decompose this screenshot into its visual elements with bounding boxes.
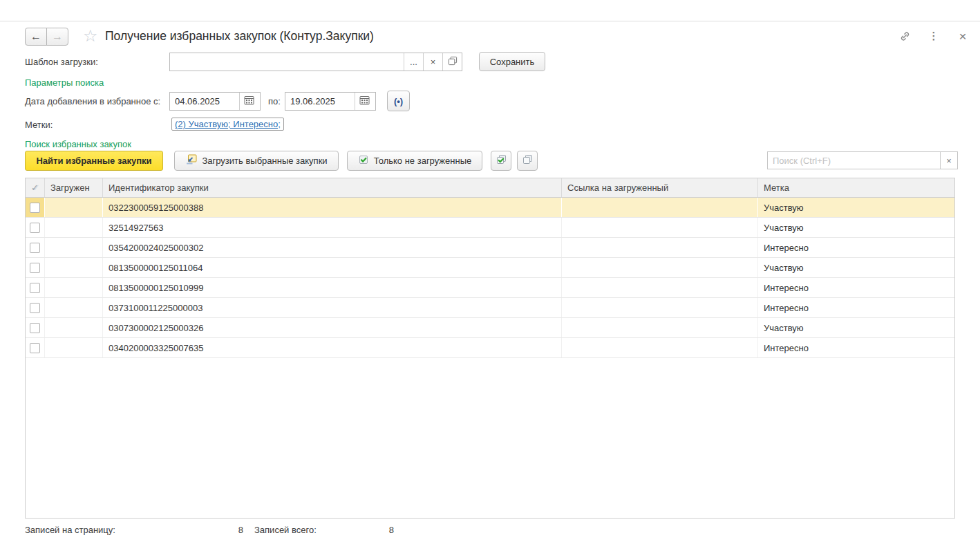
- row-checkbox-cell[interactable]: [26, 198, 45, 217]
- window-controls: ⋮ ×: [897, 29, 970, 43]
- template-label: Шаблон загрузки:: [25, 57, 98, 67]
- row-id: 0813500000125010999: [109, 283, 203, 293]
- table-body: 0322300059125000388 Участвую 32514927563…: [26, 198, 954, 358]
- date-to-input[interactable]: [285, 93, 355, 110]
- row-id-cell: 32514927563: [103, 218, 562, 237]
- row-link-cell: [562, 318, 758, 337]
- column-header-link: Ссылка на загруженный: [562, 178, 758, 197]
- load-selected-button[interactable]: Загрузить выбранные закупки: [174, 151, 339, 171]
- row-checkbox[interactable]: [30, 303, 40, 313]
- row-id: 32514927563: [109, 223, 164, 233]
- back-button[interactable]: ←: [25, 28, 47, 46]
- check-doc-icon: [358, 154, 369, 167]
- period-select-button[interactable]: (•): [387, 91, 410, 111]
- records-per-page-value: 8: [207, 525, 243, 535]
- records-per-page-label: Записей на страницу:: [25, 525, 115, 535]
- page-title: Получение избранных закупок (Контур.Заку…: [105, 29, 374, 44]
- row-checkbox-cell[interactable]: [26, 318, 45, 337]
- find-favorites-button[interactable]: Найти избранные закупки: [25, 151, 163, 171]
- row-checkbox[interactable]: [30, 263, 40, 273]
- table-row[interactable]: 0373100011225000003 Интересно: [26, 298, 954, 318]
- favorite-star-icon[interactable]: ☆: [83, 26, 98, 46]
- row-loaded-cell: [45, 198, 103, 217]
- tags-link[interactable]: (2) Участвую; Интересно;: [171, 118, 284, 131]
- column-header-loaded: Загружен: [45, 178, 103, 197]
- nav-buttons: ← →: [25, 28, 68, 46]
- table-row[interactable]: 0340200003325007635 Интересно: [26, 338, 954, 358]
- row-tag: Участвую: [764, 323, 804, 333]
- date-added-label: Дата добавления в избранное с:: [25, 96, 160, 106]
- row-loaded-cell: [45, 258, 103, 277]
- row-checkbox-cell[interactable]: [26, 278, 45, 297]
- template-choose-button[interactable]: ...: [404, 53, 423, 71]
- row-checkbox-cell[interactable]: [26, 238, 45, 257]
- section-favorites-search: Поиск избранных закупок: [25, 139, 131, 149]
- row-checkbox[interactable]: [30, 343, 40, 353]
- row-checkbox-cell[interactable]: [26, 298, 45, 317]
- row-id-cell: 0340200003325007635: [103, 338, 562, 357]
- row-checkbox-cell[interactable]: [26, 338, 45, 357]
- date-to-label: по:: [268, 96, 281, 106]
- row-id-cell: 0322300059125000388: [103, 198, 562, 217]
- row-loaded-cell: [45, 238, 103, 257]
- row-link-cell: [562, 338, 758, 357]
- row-checkbox-cell[interactable]: [26, 218, 45, 237]
- table-row[interactable]: 0307300002125000326 Участвую: [26, 318, 954, 338]
- row-checkbox[interactable]: [30, 283, 40, 293]
- clear-all-flags-icon: [522, 154, 534, 167]
- template-clear-button[interactable]: ×: [423, 53, 442, 71]
- flag-check-icon: ✓: [31, 183, 39, 193]
- date-from-input[interactable]: [170, 93, 239, 110]
- date-to-calendar-button[interactable]: [355, 93, 374, 110]
- section-search-params: Параметры поиска: [25, 77, 104, 88]
- clear-all-flags-button[interactable]: [517, 151, 538, 171]
- row-tag: Интересно: [764, 303, 809, 313]
- save-button[interactable]: Сохранить: [479, 52, 545, 71]
- row-checkbox[interactable]: [30, 243, 40, 253]
- row-tag-cell: Участвую: [758, 318, 954, 337]
- row-id-cell: 0373100011225000003: [103, 298, 562, 317]
- date-from-calendar-button[interactable]: [239, 93, 258, 110]
- row-link-cell: [562, 238, 758, 257]
- more-menu-icon[interactable]: ⋮: [926, 29, 941, 43]
- calendar-icon: [359, 95, 370, 107]
- date-from-group: [169, 92, 261, 111]
- set-all-flags-button[interactable]: [491, 151, 511, 171]
- table-row[interactable]: 0813500000125011064 Участвую: [26, 258, 954, 278]
- only-not-loaded-button[interactable]: Только не загруженные: [347, 151, 482, 171]
- row-id-cell: 0307300002125000326: [103, 318, 562, 337]
- row-tag-cell: Интересно: [758, 298, 954, 317]
- row-link-cell: [562, 298, 758, 317]
- table-row[interactable]: 0813500000125010999 Интересно: [26, 278, 954, 298]
- records-total-label: Записей всего:: [254, 525, 317, 535]
- table-row[interactable]: 0354200024025000302 Интересно: [26, 238, 954, 258]
- row-id-cell: 0354200024025000302: [103, 238, 562, 257]
- table-search-input[interactable]: [767, 151, 941, 169]
- column-header-id: Идентификатор закупки: [103, 178, 562, 197]
- row-checkbox[interactable]: [30, 223, 40, 233]
- row-tag-cell: Интересно: [758, 278, 954, 297]
- table-row[interactable]: 32514927563 Участвую: [26, 218, 954, 238]
- ellipsis-icon: ...: [410, 57, 417, 67]
- row-tag: Участвую: [764, 203, 804, 213]
- template-input[interactable]: [170, 53, 404, 71]
- load-icon: [185, 154, 197, 167]
- back-arrow-icon: ←: [30, 30, 41, 43]
- search-clear-x-icon: ×: [946, 156, 952, 166]
- template-open-button[interactable]: [442, 53, 462, 71]
- link-icon[interactable]: [897, 29, 912, 43]
- forward-arrow-icon: →: [52, 30, 63, 43]
- row-tag-cell: Участвую: [758, 258, 954, 277]
- load-button-label: Загрузить выбранные закупки: [202, 156, 327, 166]
- row-checkbox[interactable]: [30, 323, 40, 333]
- forward-button[interactable]: →: [46, 28, 68, 46]
- row-tag: Интересно: [764, 243, 809, 253]
- search-clear-button[interactable]: ×: [940, 151, 958, 169]
- table-row[interactable]: 0322300059125000388 Участвую: [26, 198, 954, 218]
- row-tag: Участвую: [764, 263, 804, 273]
- row-checkbox[interactable]: [30, 203, 40, 213]
- open-icon: [448, 56, 458, 68]
- close-icon[interactable]: ×: [955, 29, 970, 43]
- set-all-flags-icon: [496, 154, 507, 167]
- row-checkbox-cell[interactable]: [26, 258, 45, 277]
